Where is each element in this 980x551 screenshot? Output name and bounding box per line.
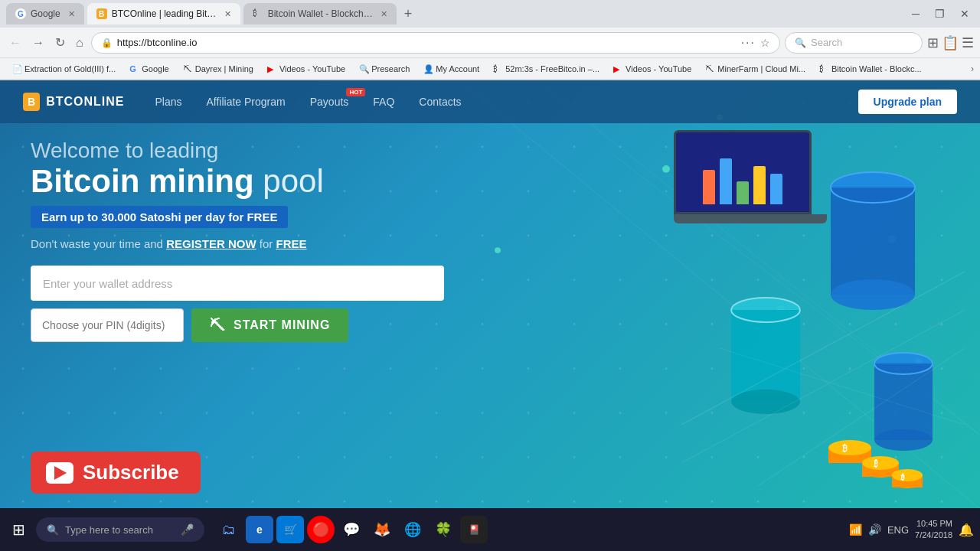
nav-plans[interactable]: Plans <box>155 96 181 108</box>
bookmark-google[interactable]: G Google <box>123 63 175 75</box>
taskbar-app-task-view[interactable]: 🗂 <box>215 516 243 543</box>
forward-button[interactable]: → <box>29 33 47 53</box>
server-illustration: ₿ ₿ ₿ <box>490 119 965 501</box>
bookmark-extraction[interactable]: 📄 Extraction of Gold(III) f... <box>6 63 122 75</box>
language-indicator[interactable]: ENG <box>887 524 909 536</box>
btconline-favicon: B <box>96 8 107 19</box>
taskbar-app-firefox[interactable]: 🦊 <box>368 516 396 543</box>
svg-point-17 <box>731 390 800 414</box>
bookmark-favicon: 🔍 <box>359 64 368 73</box>
bookmark-favicon: 👤 <box>423 64 433 73</box>
bookmark-star-icon[interactable]: ☆ <box>760 37 770 49</box>
reload-button[interactable]: ↻ <box>52 32 68 53</box>
svg-point-33 <box>892 469 923 481</box>
bookmark-freebitcoin[interactable]: ₿ 52m:3s - FreeBitco.in –... <box>487 63 606 75</box>
taskbar-app-whatsapp[interactable]: 💬 <box>338 516 365 543</box>
subscribe-button[interactable]: Subscribe <box>31 452 201 494</box>
bookmark-youtube2[interactable]: ▶ Videos - YouTube <box>607 63 697 75</box>
bookmark-minerfarm[interactable]: ⛏ MinerFarm | Cloud Mi... <box>699 63 812 75</box>
upgrade-plan-button[interactable]: Upgrade plan <box>858 90 957 114</box>
pin-input[interactable] <box>31 308 184 342</box>
tab-google-close[interactable]: ✕ <box>68 9 75 19</box>
sound-icon[interactable]: 🔊 <box>868 523 881 536</box>
bookmarks-bar: 📄 Extraction of Gold(III) f... G Google … <box>0 58 980 80</box>
nav-right-icons: ⊞ 📋 ☰ <box>927 34 974 51</box>
address-text: https://btconline.io <box>117 37 737 48</box>
bookmark-label: Google <box>142 64 168 73</box>
bookmark-favicon: ₿ <box>819 64 828 73</box>
site-nav: B BTCONLINE Plans Affiliate Program Payo… <box>0 80 980 123</box>
taskbar-app-cortana[interactable]: 🔴 <box>307 516 335 543</box>
nav-payouts[interactable]: Payouts HOT <box>310 96 349 108</box>
taskbar-system-tray: 📶 🔊 ENG 10:45 PM 7/24/2018 🔔 <box>849 518 974 542</box>
bookmark-youtube1[interactable]: ▶ Videos - YouTube <box>261 63 351 75</box>
reading-list-icon[interactable]: 📋 <box>942 34 959 51</box>
taskbar-search-box[interactable]: 🔍 Type here to search 🎤 <box>36 517 204 542</box>
taskbar-app-store[interactable]: 🛒 <box>276 516 304 543</box>
bookmark-label: Extraction of Gold(III) f... <box>24 64 116 73</box>
lock-icon: 🔒 <box>101 37 113 48</box>
mining-icon: ⛏ <box>210 317 226 334</box>
bookmarks-more-icon[interactable]: › <box>971 64 974 74</box>
start-button[interactable]: ⊞ <box>6 517 31 542</box>
start-mining-button[interactable]: ⛏ START MINING <box>191 308 348 342</box>
free-link[interactable]: FREE <box>276 237 306 250</box>
bookmark-label: Dayrex | Mining <box>195 64 253 73</box>
nav-contacts[interactable]: Contacts <box>419 96 461 108</box>
svg-text:₿: ₿ <box>842 443 848 454</box>
tab-btconline[interactable]: B BTCOnline | leading Bitcoin mi... ✕ <box>87 3 240 24</box>
menu-icon[interactable]: ☰ <box>962 34 974 51</box>
wallet-address-input[interactable] <box>31 266 444 301</box>
site-nav-links: Plans Affiliate Program Payouts HOT FAQ … <box>155 96 858 108</box>
svg-point-25 <box>828 440 871 455</box>
bookmark-label: My Account <box>436 64 479 73</box>
tab-btconline-close[interactable]: ✕ <box>224 9 231 19</box>
bookmark-favicon: ₿ <box>493 64 502 73</box>
tab-google[interactable]: G Google ✕ <box>6 3 84 24</box>
bookmark-presearch[interactable]: 🔍 Presearch <box>353 63 416 75</box>
taskbar-app-clover[interactable]: 🍀 <box>430 516 457 543</box>
logo-icon: B <box>23 93 40 111</box>
bookmark-label: Presearch <box>371 64 410 73</box>
mic-icon[interactable]: 🎤 <box>181 523 194 536</box>
home-button[interactable]: ⌂ <box>73 33 87 53</box>
system-clock[interactable]: 10:45 PM 7/24/2018 <box>915 518 952 542</box>
bookmark-myaccount[interactable]: 👤 My Account <box>417 63 485 75</box>
svg-point-21 <box>874 429 933 451</box>
network-icon[interactable]: 📶 <box>849 523 862 536</box>
taskbar: ⊞ 🔍 Type here to search 🎤 🗂 e 🛒 🔴 💬 🦊 🌐 … <box>0 508 980 551</box>
taskbar-app-chrome[interactable]: 🌐 <box>399 516 426 543</box>
bookmark-blockchain[interactable]: ₿ Bitcoin Wallet - Blockc... <box>813 63 928 75</box>
history-icon[interactable]: ⊞ <box>927 34 939 51</box>
subscribe-label: Subscribe <box>83 461 179 484</box>
back-button[interactable]: ← <box>6 33 24 53</box>
taskbar-app-black[interactable]: 🎴 <box>460 516 488 543</box>
bookmark-label: 52m:3s - FreeBitco.in –... <box>505 64 599 73</box>
address-bar[interactable]: 🔒 https://btconline.io ··· ☆ <box>91 32 780 54</box>
close-button[interactable]: ✕ <box>956 6 974 21</box>
search-placeholder: Search <box>811 37 842 48</box>
register-now-link[interactable]: REGISTER NOW <box>166 237 256 250</box>
tab-btconline-title: BTCOnline | leading Bitcoin mi... <box>112 8 217 19</box>
tab-blockchain[interactable]: ₿ Bitcoin Wallet - Blockchain ✕ <box>243 3 397 24</box>
bookmark-favicon: 📄 <box>12 64 21 73</box>
taskbar-app-edge[interactable]: e <box>246 516 273 543</box>
bookmark-favicon: ▶ <box>613 64 622 73</box>
bookmark-label: Bitcoin Wallet - Blockc... <box>831 64 922 73</box>
taskbar-search-text: Type here to search <box>65 524 153 536</box>
nav-faq[interactable]: FAQ <box>373 96 394 108</box>
minimize-button[interactable]: ─ <box>907 6 924 21</box>
taskbar-search-icon: 🔍 <box>47 524 59 536</box>
nav-bar: ← → ↻ ⌂ 🔒 https://btconline.io ··· ☆ 🔍 S… <box>0 28 980 58</box>
maximize-button[interactable]: ❐ <box>930 6 949 21</box>
google-favicon: G <box>15 8 26 19</box>
bookmark-dayrex[interactable]: ⛏ Dayrex | Mining <box>177 63 260 75</box>
more-icon[interactable]: ··· <box>741 36 756 50</box>
tab-blockchain-close[interactable]: ✕ <box>381 9 387 19</box>
nav-affiliate[interactable]: Affiliate Program <box>206 96 285 108</box>
tab-blockchain-title: Bitcoin Wallet - Blockchain <box>268 8 373 19</box>
search-box[interactable]: 🔍 Search <box>785 32 923 54</box>
start-mining-label: START MINING <box>234 318 330 332</box>
new-tab-button[interactable]: + <box>400 6 417 22</box>
notification-icon[interactable]: 🔔 <box>959 523 974 537</box>
